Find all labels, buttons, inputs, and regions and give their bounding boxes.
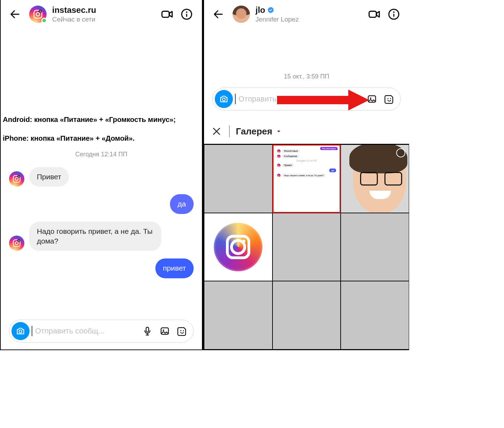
- divider: [229, 125, 230, 137]
- message-composer: Отправить: [212, 88, 401, 110]
- outgoing-message[interactable]: да: [170, 194, 194, 214]
- image-icon: [160, 326, 170, 336]
- outgoing-message[interactable]: привет: [155, 258, 194, 278]
- chat-avatar[interactable]: [233, 6, 250, 23]
- gallery-cell[interactable]: [273, 281, 341, 349]
- chat-avatar[interactable]: ?: [29, 6, 47, 23]
- message-avatar[interactable]: ?: [9, 236, 24, 251]
- close-icon: [211, 126, 222, 137]
- gallery-cell-selected[interactable]: Фиолетовые Фиолетовые Сообщения Сегодня …: [273, 145, 341, 213]
- voice-button[interactable]: [140, 323, 155, 339]
- svg-rect-5: [162, 11, 169, 17]
- caption-line: Android: кнопка «Питание» + «Громкость м…: [3, 114, 200, 125]
- svg-rect-8: [186, 14, 187, 17]
- instagram-glyph-icon: ?: [33, 9, 43, 19]
- message-composer: Отправить сообщ...: [9, 320, 194, 343]
- svg-rect-28: [353, 95, 356, 100]
- svg-rect-18: [146, 327, 149, 332]
- svg-point-25: [393, 11, 395, 13]
- verified-badge-icon: [267, 7, 274, 14]
- camera-button[interactable]: [215, 90, 233, 108]
- video-call-button[interactable]: [365, 5, 383, 23]
- caption-line: iPhone: кнопка «Питание» + «Домой».: [3, 133, 200, 144]
- svg-text:?: ?: [18, 175, 19, 178]
- instagram-logo-thumbnail: [209, 218, 267, 276]
- svg-text:?: ?: [18, 240, 19, 242]
- chat-subtitle: Jennifer Lopez: [255, 16, 365, 23]
- gallery-button[interactable]: [364, 91, 380, 107]
- back-arrow-icon: [9, 8, 21, 20]
- chat-header: jlo Jennifer Lopez: [204, 0, 409, 28]
- sticker-button[interactable]: [174, 323, 190, 339]
- gallery-cell[interactable]: [204, 281, 273, 349]
- back-button[interactable]: [8, 7, 22, 22]
- gallery-cell[interactable]: [273, 213, 341, 281]
- chat-username[interactable]: jlo: [255, 5, 265, 15]
- incoming-message[interactable]: Надо говорить привет, а не да. Ты дома?: [29, 222, 161, 251]
- svg-text:?: ?: [40, 10, 41, 13]
- gallery-cell[interactable]: [204, 145, 273, 213]
- svg-rect-26: [393, 14, 395, 17]
- right-chat-screen: jlo Jennifer Lopez 15 окт., 3:59 ПП Отпр…: [202, 0, 409, 350]
- chat-timestamp: Сегодня 12:14 ПП: [9, 151, 194, 158]
- svg-point-20: [163, 330, 164, 331]
- online-status-dot: [41, 18, 47, 23]
- message-input[interactable]: Отправить: [235, 94, 345, 104]
- svg-point-27: [222, 98, 225, 101]
- message-avatar[interactable]: ?: [9, 171, 24, 187]
- svg-point-17: [19, 330, 22, 333]
- screenshot-thumbnail: Фиолетовые Фиолетовые Сообщения Сегодня …: [275, 147, 339, 211]
- chat-header: ? instasec.ru Сейчас в сети: [1, 0, 202, 28]
- info-button[interactable]: [178, 5, 196, 23]
- chat-timestamp: 15 окт., 3:59 ПП: [204, 73, 409, 80]
- back-button[interactable]: [211, 7, 226, 22]
- gallery-cell[interactable]: [341, 145, 409, 213]
- gallery-cell[interactable]: [341, 213, 409, 281]
- svg-point-7: [186, 11, 187, 13]
- svg-point-31: [388, 98, 389, 99]
- left-chat-screen: ? instasec.ru Сейчас в сети Сегодня 12:1…: [0, 0, 202, 350]
- chat-username[interactable]: instasec.ru: [52, 5, 158, 15]
- info-icon: [180, 8, 193, 20]
- gallery-dropdown[interactable]: Галерея: [236, 126, 282, 137]
- svg-point-32: [390, 98, 391, 99]
- sticker-icon: [177, 326, 187, 336]
- gallery-title: Галерея: [236, 126, 273, 137]
- gallery-cell[interactable]: [341, 281, 409, 349]
- image-icon: [367, 94, 377, 104]
- camera-icon: [16, 326, 25, 336]
- sticker-button[interactable]: [382, 91, 397, 107]
- message-input[interactable]: Отправить сообщ...: [32, 326, 138, 336]
- video-call-button[interactable]: [158, 5, 176, 23]
- info-icon: [388, 8, 400, 20]
- svg-point-30: [370, 98, 371, 99]
- svg-point-1: [36, 13, 40, 16]
- annotation-caption: Android: кнопка «Питание» + «Громкость м…: [1, 114, 202, 151]
- sticker-icon: [384, 94, 395, 104]
- incoming-message[interactable]: Привет: [29, 167, 69, 187]
- gallery-cell[interactable]: [204, 213, 273, 281]
- chat-status: Сейчас в сети: [52, 16, 158, 23]
- chevron-down-icon: [276, 129, 282, 134]
- back-arrow-icon: [212, 8, 224, 20]
- video-icon: [368, 8, 381, 21]
- camera-button[interactable]: [11, 322, 30, 340]
- svg-point-10: [15, 178, 18, 181]
- microphone-icon: [142, 326, 153, 336]
- svg-point-14: [15, 242, 18, 245]
- video-icon: [161, 8, 174, 21]
- selection-ring: [396, 148, 405, 157]
- svg-point-22: [183, 330, 184, 331]
- info-button[interactable]: [385, 5, 403, 23]
- gallery-close-button[interactable]: [210, 125, 223, 138]
- svg-rect-23: [369, 11, 376, 17]
- svg-point-21: [180, 330, 181, 331]
- microphone-icon: [349, 94, 360, 104]
- camera-icon: [219, 94, 229, 104]
- voice-button[interactable]: [347, 91, 362, 107]
- gallery-button[interactable]: [157, 323, 172, 339]
